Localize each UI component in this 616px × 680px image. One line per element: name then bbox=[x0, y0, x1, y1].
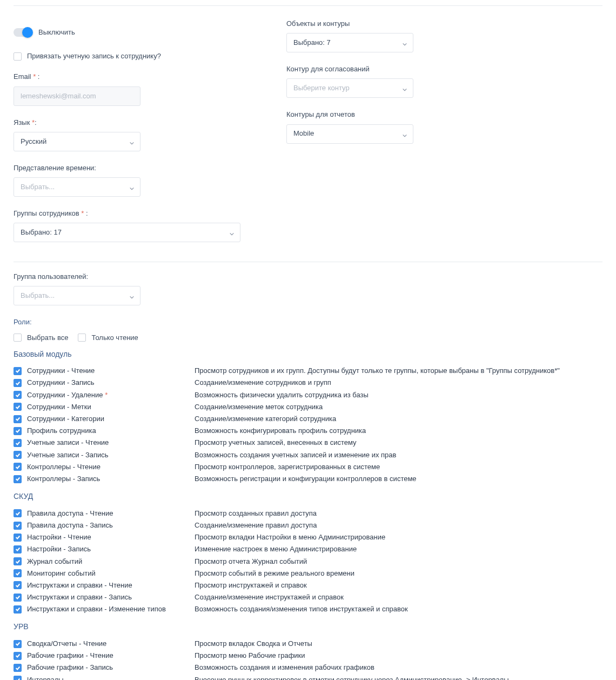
read-only-label: Только чтение bbox=[91, 333, 138, 343]
permission-description: Возможность создания учетных записей и и… bbox=[195, 450, 602, 460]
permission-row: Журнал событийПросмотр отчета Журнал соб… bbox=[14, 556, 602, 568]
enable-toggle[interactable] bbox=[14, 28, 31, 37]
permission-checkbox[interactable] bbox=[14, 664, 22, 672]
permission-description: Внесение ручных корректировок в отметки … bbox=[195, 675, 602, 680]
user-group-select[interactable]: Выбрать... bbox=[14, 286, 140, 305]
permission-row: Инструктажи и справки - ЧтениеПросмотр и… bbox=[14, 579, 602, 591]
permission-name: Инструктажи и справки - Чтение bbox=[27, 581, 132, 590]
permission-checkbox[interactable] bbox=[14, 509, 22, 517]
permission-description: Просмотр событий в режиме реального врем… bbox=[195, 569, 602, 578]
permission-checkbox[interactable] bbox=[14, 439, 22, 447]
approval-contour-label: Контур для согласований bbox=[286, 64, 602, 74]
chevron-down-icon bbox=[229, 230, 235, 235]
permission-name: Инструктажи и справки - Изменение типов bbox=[27, 604, 166, 614]
permission-description: Возможность создания/изменения типов инс… bbox=[195, 604, 602, 614]
permission-description: Просмотр отчета Журнал событий bbox=[195, 557, 602, 566]
chevron-down-icon bbox=[129, 184, 135, 190]
permission-name: Сводка/Отчеты - Чтение bbox=[27, 639, 106, 649]
permission-row: Мониторинг событийПросмотр событий в реж… bbox=[14, 568, 602, 579]
read-only-checkbox[interactable] bbox=[78, 334, 86, 342]
permission-name: Интервалы bbox=[27, 675, 64, 680]
link-to-employee-checkbox[interactable] bbox=[14, 52, 22, 61]
permission-row: Инструктажи и справки - Изменение типовВ… bbox=[14, 603, 602, 615]
language-select[interactable]: Русский bbox=[14, 132, 140, 151]
permission-checkbox[interactable] bbox=[14, 427, 22, 435]
roles-heading: Роли: bbox=[14, 317, 602, 327]
permission-checkbox[interactable] bbox=[14, 415, 22, 423]
permission-row: Контроллеры - ЧтениеПросмотр контроллеро… bbox=[14, 461, 602, 473]
permission-name: Настройки - Чтение bbox=[27, 532, 91, 542]
permission-row: Контроллеры - ЗаписьВозможность регистра… bbox=[14, 473, 602, 485]
module-title: СКУД bbox=[14, 491, 602, 502]
permission-row: Профиль сотрудникаВозможность конфигурир… bbox=[14, 425, 602, 437]
permission-name: Учетные записи - Чтение bbox=[27, 438, 109, 448]
report-contours-select[interactable]: Mobile bbox=[286, 124, 413, 144]
permission-row: Сотрудники - ЗаписьСоздание/изменение со… bbox=[14, 377, 602, 389]
permission-row: Настройки - ЗаписьИзменение настроек в м… bbox=[14, 543, 602, 555]
permission-row: Сотрудники - КатегорииСоздание/изменение… bbox=[14, 413, 602, 425]
permission-checkbox[interactable] bbox=[14, 545, 22, 554]
permission-name: Учетные записи - Запись bbox=[27, 450, 109, 460]
employee-groups-select[interactable]: Выбрано: 17 bbox=[14, 223, 240, 242]
permission-row: Правила доступа - ЧтениеПросмотр созданн… bbox=[14, 508, 602, 519]
employee-groups-value: Выбрано: 17 bbox=[21, 228, 62, 237]
permission-checkbox[interactable] bbox=[14, 403, 22, 411]
permission-checkbox[interactable] bbox=[14, 367, 22, 375]
permission-checkbox[interactable] bbox=[14, 463, 22, 471]
permission-row: Сотрудники - МеткиСоздание/изменение мет… bbox=[14, 401, 602, 413]
permission-name: Рабочие графики - Запись bbox=[27, 663, 113, 672]
permission-checkbox[interactable] bbox=[14, 534, 22, 542]
permission-description: Просмотр созданных правил доступа bbox=[195, 509, 602, 518]
permission-description: Создание/изменение меток сотрудника bbox=[195, 402, 602, 412]
permission-checkbox[interactable] bbox=[14, 640, 22, 648]
chevron-down-icon bbox=[402, 85, 407, 91]
permission-row: ИнтервалыВнесение ручных корректировок в… bbox=[14, 674, 602, 680]
permission-checkbox[interactable] bbox=[14, 594, 22, 602]
permission-description: Возможность создания и изменения рабочих… bbox=[195, 663, 602, 672]
permission-checkbox[interactable] bbox=[14, 581, 22, 589]
permission-checkbox[interactable] bbox=[14, 379, 22, 387]
permission-checkbox[interactable] bbox=[14, 569, 22, 577]
permission-checkbox[interactable] bbox=[14, 605, 22, 614]
time-representation-select[interactable]: Выбрать... bbox=[14, 177, 140, 197]
select-all-checkbox[interactable] bbox=[14, 334, 22, 342]
time-representation-label: Представление времени: bbox=[14, 163, 286, 173]
permission-name: Сотрудники - Категории bbox=[27, 414, 104, 424]
approval-contour-select[interactable]: Выберите контур bbox=[286, 78, 413, 98]
permission-description: Просмотр контроллеров, зарегистрированны… bbox=[195, 462, 602, 472]
permission-checkbox[interactable] bbox=[14, 451, 22, 459]
language-select-value: Русский bbox=[21, 137, 46, 146]
permission-checkbox[interactable] bbox=[14, 391, 22, 399]
permission-description: Возможность физически удалить сотрудника… bbox=[195, 390, 602, 400]
permission-description: Просмотр сотрудников и их групп. Доступн… bbox=[195, 366, 602, 376]
permission-row: Рабочие графики - ЗаписьВозможность созд… bbox=[14, 662, 602, 674]
permission-name: Сотрудники - Запись bbox=[27, 378, 95, 388]
select-all-label: Выбрать все bbox=[27, 333, 68, 343]
permission-checkbox[interactable] bbox=[14, 557, 22, 565]
permission-description: Просмотр меню Рабочие графики bbox=[195, 651, 602, 661]
user-group-placeholder: Выбрать... bbox=[21, 291, 55, 301]
permission-description: Просмотр вкладки Настройки в меню Админи… bbox=[195, 532, 602, 542]
permission-description: Возможность регистрации и конфигурации к… bbox=[195, 474, 602, 484]
permission-checkbox[interactable] bbox=[14, 652, 22, 660]
permission-checkbox[interactable] bbox=[14, 676, 22, 680]
permission-row: Сотрудники - Удаление *Возможность физич… bbox=[14, 389, 602, 401]
chevron-down-icon bbox=[129, 139, 135, 144]
user-group-label: Группа пользователей: bbox=[14, 272, 602, 282]
report-contours-value: Mobile bbox=[293, 129, 314, 138]
module-title: Базовый модуль bbox=[14, 349, 602, 360]
permission-row: Учетные записи - ЧтениеПросмотр учетных … bbox=[14, 437, 602, 449]
permission-checkbox[interactable] bbox=[14, 522, 22, 530]
chevron-down-icon bbox=[129, 293, 135, 298]
permission-name: Сотрудники - Чтение bbox=[27, 366, 95, 376]
permission-row: Инструктажи и справки - ЗаписьСоздание/и… bbox=[14, 591, 602, 603]
time-representation-placeholder: Выбрать... bbox=[21, 182, 55, 192]
permission-name: Мониторинг событий bbox=[27, 569, 96, 578]
language-label: Язык *: bbox=[14, 118, 286, 128]
link-to-employee-label: Привязать учетную запись к сотруднику? bbox=[27, 51, 161, 61]
permission-checkbox[interactable] bbox=[14, 475, 22, 483]
permission-row: Сводка/Отчеты - ЧтениеПросмотр вкладок С… bbox=[14, 638, 602, 650]
permission-description: Создание/изменение инструктажей и справо… bbox=[195, 592, 602, 602]
email-field[interactable] bbox=[14, 86, 140, 106]
objects-contours-select[interactable]: Выбрано: 7 bbox=[286, 33, 413, 52]
